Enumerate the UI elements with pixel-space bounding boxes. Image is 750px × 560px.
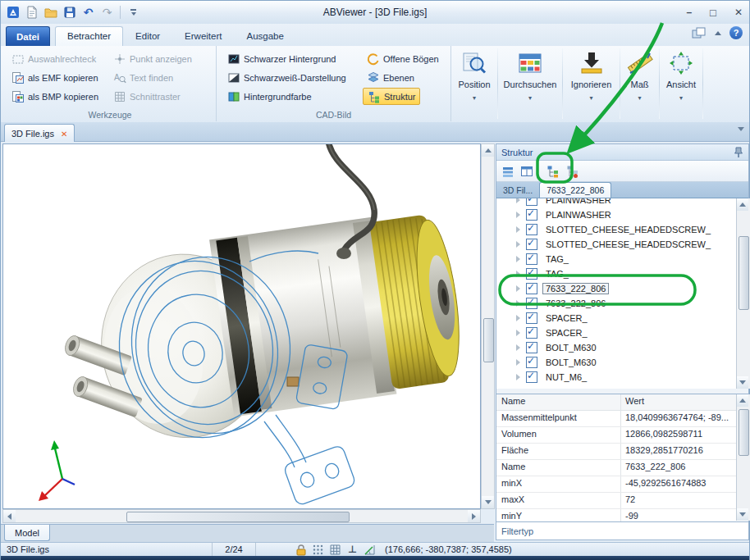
- struktur-button[interactable]: Struktur: [363, 88, 420, 105]
- visibility-checkbox[interactable]: [526, 239, 537, 250]
- tree-item[interactable]: SLOTTED_CHEESE_HEADEDSCREW_: [496, 222, 736, 237]
- scroll-right-icon[interactable]: [468, 510, 480, 522]
- model-tab[interactable]: Model: [4, 525, 50, 541]
- tree-item[interactable]: SLOTTED_CHEESE_HEADEDSCREW_: [496, 237, 736, 252]
- expand-chevron-icon[interactable]: [516, 212, 520, 218]
- scroll-thumb[interactable]: [739, 236, 749, 310]
- panel-tab[interactable]: 7633_222_806: [539, 182, 611, 198]
- visibility-checkbox[interactable]: [526, 298, 537, 309]
- tree-item[interactable]: PLAINWASHER: [496, 207, 736, 222]
- expand-chevron-icon[interactable]: [516, 198, 520, 203]
- property-row[interactable]: Volumen 12866,0982598711: [496, 427, 748, 444]
- visibility-checkbox[interactable]: [526, 371, 537, 383]
- property-row[interactable]: Fläche 18329,2851770216: [496, 444, 748, 460]
- tree-item[interactable]: 7633_222_806: [496, 281, 736, 296]
- visibility-checkbox[interactable]: [526, 283, 537, 294]
- visibility-checkbox[interactable]: [526, 198, 537, 206]
- copy-as-bmp-button[interactable]: als BMP kopieren: [7, 88, 102, 105]
- style-windows-icon[interactable]: [692, 26, 707, 39]
- close-button[interactable]: [734, 7, 743, 18]
- mass-button[interactable]: Maß: [621, 46, 658, 121]
- tree-item[interactable]: SPACER_: [496, 326, 736, 340]
- viewport-vertical-scrollbar[interactable]: [481, 143, 495, 509]
- tree-item[interactable]: BOLT_M630: [496, 355, 736, 370]
- scroll-down-icon[interactable]: [737, 508, 748, 521]
- hintergrundfarbe-button[interactable]: Hintergrundfarbe: [223, 88, 315, 105]
- scroll-left-icon[interactable]: [3, 510, 16, 522]
- tree-item[interactable]: 7633_222_806: [496, 296, 736, 311]
- property-row[interactable]: minX -45,9292561674883: [496, 476, 748, 493]
- expand-chevron-icon[interactable]: [516, 256, 520, 262]
- scroll-down-icon[interactable]: [737, 376, 748, 389]
- expand-chevron-icon[interactable]: [516, 241, 520, 248]
- ribbon-tab[interactable]: Editor: [123, 26, 172, 46]
- visibility-checkbox[interactable]: [526, 357, 537, 368]
- properties-scrollbar[interactable]: [736, 394, 750, 521]
- viewport-horizontal-scrollbar[interactable]: [2, 509, 481, 523]
- expand-chevron-icon[interactable]: [516, 300, 520, 307]
- expand-chevron-icon[interactable]: [516, 315, 520, 321]
- schnittraster-button[interactable]: Schnittraster: [109, 88, 184, 105]
- visibility-checkbox[interactable]: [526, 342, 537, 353]
- tree-item[interactable]: PLAINWASHER: [496, 198, 736, 207]
- 3d-viewport[interactable]: [2, 143, 481, 509]
- minimize-button[interactable]: [686, 7, 692, 18]
- scroll-thumb[interactable]: [126, 512, 350, 522]
- filter-type-box[interactable]: Filtertyp: [496, 521, 748, 540]
- collapse-ribbon-icon[interactable]: [715, 31, 721, 35]
- snap-grid-icon[interactable]: [311, 544, 325, 556]
- scroll-up-icon[interactable]: [737, 394, 748, 407]
- ignorieren-button[interactable]: Ignorieren: [564, 46, 619, 121]
- durchsuchen-button[interactable]: Durchsuchen: [499, 46, 561, 121]
- property-row[interactable]: Massenmittelpunkt 18,0409963674764; -89.…: [496, 411, 748, 427]
- show-structure-icon[interactable]: [546, 164, 560, 179]
- text-finden-button[interactable]: A Text finden: [109, 69, 176, 86]
- ortho-mode-icon[interactable]: [345, 544, 359, 556]
- visibility-checkbox[interactable]: [526, 253, 537, 265]
- ribbon-tab[interactable]: Betrachter: [55, 26, 123, 46]
- structure-options-icon[interactable]: [565, 164, 580, 179]
- scroll-up-icon[interactable]: [737, 198, 748, 211]
- angle-snap-icon[interactable]: [363, 544, 377, 556]
- auswahlrechteck-button[interactable]: Auswahlrechteck: [7, 50, 99, 67]
- lock-icon[interactable]: [294, 544, 308, 556]
- visibility-checkbox[interactable]: [526, 209, 537, 221]
- scroll-thumb[interactable]: [483, 318, 494, 362]
- schwarzweiss-button[interactable]: Schwarzweiß-Darstellung: [223, 69, 350, 86]
- tree-item[interactable]: TAG_: [496, 266, 736, 281]
- visibility-checkbox[interactable]: [526, 327, 537, 339]
- copy-as-emf-button[interactable]: als EMF kopieren: [7, 69, 102, 86]
- expand-chevron-icon[interactable]: [516, 226, 520, 233]
- scroll-thumb[interactable]: [739, 409, 749, 456]
- tree-item[interactable]: TAG_: [496, 252, 736, 266]
- dropdown-arrow-icon[interactable]: [679, 92, 683, 102]
- tree-item[interactable]: BOLT_M630: [496, 340, 736, 355]
- list-view-icon[interactable]: [501, 164, 515, 179]
- schwarzer-hintergrund-button[interactable]: Schwarzer Hintergrund: [223, 50, 340, 67]
- expand-chevron-icon[interactable]: [516, 374, 520, 380]
- panel-tab[interactable]: 3D Fil...: [496, 183, 539, 198]
- dropdown-arrow-icon[interactable]: [589, 92, 592, 102]
- visibility-checkbox[interactable]: [526, 268, 537, 280]
- ansicht-button[interactable]: Ansicht: [661, 46, 702, 121]
- property-row[interactable]: maxX 72: [496, 493, 748, 509]
- expand-chevron-icon[interactable]: [516, 330, 520, 336]
- tree-item[interactable]: NUT_M6_: [496, 370, 736, 385]
- expand-chevron-icon[interactable]: [516, 359, 520, 366]
- close-document-icon[interactable]: [61, 129, 67, 139]
- visibility-checkbox[interactable]: [526, 312, 537, 324]
- tab-list-chevron-icon[interactable]: [738, 127, 744, 131]
- help-icon[interactable]: [729, 26, 743, 39]
- dropdown-arrow-icon[interactable]: [638, 92, 641, 102]
- ebenen-button[interactable]: Ebenen: [363, 69, 418, 86]
- columns-view-icon[interactable]: [519, 164, 534, 179]
- maximize-button[interactable]: [710, 7, 716, 19]
- visibility-checkbox[interactable]: [526, 224, 537, 235]
- ribbon-tab[interactable]: Erweitert: [172, 26, 234, 46]
- file-menu-button[interactable]: Datei: [6, 26, 50, 46]
- tree-scrollbar[interactable]: [736, 198, 750, 389]
- expand-chevron-icon[interactable]: [516, 271, 520, 277]
- scroll-up-icon[interactable]: [482, 144, 494, 157]
- document-tab[interactable]: 3D File.igs: [4, 124, 75, 142]
- expand-chevron-icon[interactable]: [516, 285, 520, 292]
